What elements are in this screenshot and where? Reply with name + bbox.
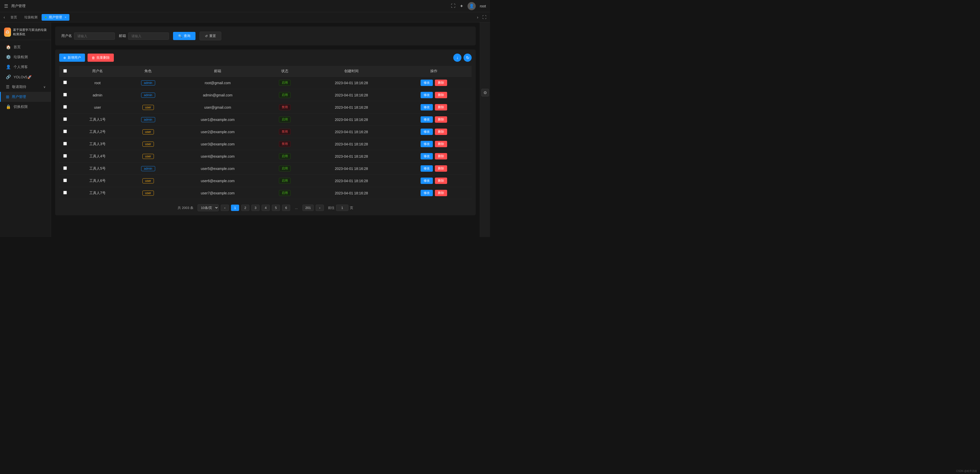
row-email: admin@gmail.com bbox=[172, 89, 263, 101]
refresh-button[interactable]: ↻ bbox=[463, 54, 472, 62]
query-button[interactable]: 🔍 查询 bbox=[173, 32, 196, 40]
tab-expand-button[interactable]: ⛶ bbox=[481, 14, 488, 21]
delete-button[interactable]: 删除 bbox=[435, 165, 447, 172]
row-checkbox[interactable] bbox=[63, 130, 67, 133]
row-username: 工具人2号 bbox=[71, 126, 124, 138]
row-checkbox[interactable] bbox=[63, 93, 67, 96]
delete-button[interactable]: 删除 bbox=[435, 129, 447, 135]
row-status: 启用 bbox=[263, 175, 307, 187]
row-actions: 修改 删除 bbox=[396, 187, 472, 199]
sidebar-item-switch-permission-label: 切换权限 bbox=[14, 105, 28, 109]
status-badge: 启用 bbox=[279, 92, 291, 98]
delete-button[interactable]: 删除 bbox=[435, 92, 447, 98]
logo-text: 基于深度学习算法的垃圾检测系统 bbox=[13, 28, 47, 37]
edit-button[interactable]: 修改 bbox=[421, 178, 433, 184]
sidebar-item-blog[interactable]: 👤 个人博客 bbox=[0, 62, 51, 72]
delete-button[interactable]: 删除 bbox=[435, 190, 447, 196]
delete-button[interactable]: 删除 bbox=[435, 104, 447, 110]
page-6-button[interactable]: 6 bbox=[282, 205, 290, 211]
sidebar-item-trash[interactable]: ⚙️ 垃圾检测 bbox=[0, 52, 51, 62]
row-created: 2023-04-01 18:16:28 bbox=[307, 175, 396, 187]
settings-icon[interactable]: ✦ bbox=[460, 3, 463, 9]
goto-prefix: 前往 bbox=[328, 206, 334, 210]
page-size-select[interactable]: 10条/页 20条/页 50条/页 bbox=[197, 204, 219, 211]
edit-button[interactable]: 修改 bbox=[421, 80, 433, 86]
edit-button[interactable]: 修改 bbox=[421, 129, 433, 135]
expand-icon[interactable]: ⛶ bbox=[451, 3, 455, 9]
edit-button[interactable]: 修改 bbox=[421, 116, 433, 123]
edit-button[interactable]: 修改 bbox=[421, 165, 433, 172]
row-checkbox[interactable] bbox=[63, 178, 67, 182]
query-button-label: 查询 bbox=[184, 34, 190, 38]
row-checkbox[interactable] bbox=[63, 154, 67, 157]
sidebar: ♻ 基于深度学习算法的垃圾检测系统 🏠 首页 ⚙️ 垃圾检测 👤 个人博客 🔗 … bbox=[0, 22, 51, 237]
role-badge: user bbox=[142, 191, 154, 196]
row-checkbox[interactable] bbox=[63, 117, 67, 121]
main-content: 用户名 邮箱 🔍 查询 ↺ 重置 ⊕ 新增用户 bbox=[51, 22, 480, 237]
row-created: 2023-04-01 18:16:28 bbox=[307, 113, 396, 126]
tab-user-management[interactable]: ● 用户管理 × bbox=[41, 14, 69, 21]
table-row: 工具人4号 user user4@example.com 启用 2023-04-… bbox=[59, 150, 472, 162]
page-1-button[interactable]: 1 bbox=[231, 205, 239, 211]
total-count: 共 2003 条 bbox=[178, 206, 193, 210]
row-checkbox[interactable] bbox=[63, 142, 67, 145]
row-username: 工具人1号 bbox=[71, 113, 124, 126]
username-input[interactable] bbox=[74, 32, 115, 40]
delete-button[interactable]: 删除 bbox=[435, 116, 447, 123]
trash-delete-icon: 🗑 bbox=[92, 56, 95, 60]
page-4-button[interactable]: 4 bbox=[262, 205, 270, 211]
reset-button[interactable]: ↺ 重置 bbox=[200, 32, 221, 40]
edit-button[interactable]: 修改 bbox=[421, 92, 433, 98]
page-5-button[interactable]: 5 bbox=[272, 205, 280, 211]
goto-input[interactable] bbox=[336, 205, 348, 211]
row-checkbox[interactable] bbox=[63, 81, 67, 84]
last-page-button[interactable]: 201 bbox=[302, 205, 313, 211]
sidebar-item-coming-soon[interactable]: ☰ 敬请期待 ∨ bbox=[0, 82, 51, 92]
add-user-button[interactable]: ⊕ 新增用户 bbox=[59, 54, 85, 62]
table-row: 工具人1号 admin user1@example.com 启用 2023-04… bbox=[59, 113, 472, 126]
row-checkbox[interactable] bbox=[63, 191, 67, 194]
trash-icon: ⚙️ bbox=[6, 55, 11, 59]
page-3-button[interactable]: 3 bbox=[251, 205, 259, 211]
header-right: ⛶ ✦ 👤 root bbox=[451, 2, 486, 10]
delete-button[interactable]: 删除 bbox=[435, 141, 447, 147]
delete-button[interactable]: 删除 bbox=[435, 153, 447, 159]
sidebar-item-switch-permission[interactable]: 🔒 切换权限 bbox=[0, 102, 51, 112]
tab-next-button[interactable]: › bbox=[476, 14, 480, 21]
next-page-button[interactable]: › bbox=[316, 205, 324, 211]
sidebar-toggle-button[interactable]: ☰ bbox=[4, 3, 8, 9]
tab-home-label: 首页 bbox=[11, 15, 17, 20]
column-settings-button[interactable]: ⚙ bbox=[481, 89, 489, 96]
row-checkbox-cell bbox=[59, 187, 71, 199]
sidebar-item-yolov5[interactable]: 🔗 YOLOv5🚀 bbox=[0, 72, 51, 82]
row-created: 2023-04-01 18:16:28 bbox=[307, 187, 396, 199]
row-actions: 修改 删除 bbox=[396, 138, 472, 150]
prev-page-button[interactable]: ‹ bbox=[221, 205, 229, 211]
role-badge: user bbox=[142, 142, 154, 147]
row-checkbox[interactable] bbox=[63, 105, 67, 109]
email-input[interactable] bbox=[128, 32, 169, 40]
edit-button[interactable]: 修改 bbox=[421, 104, 433, 110]
row-created: 2023-04-01 18:16:28 bbox=[307, 126, 396, 138]
batch-delete-button[interactable]: 🗑 批量删除 bbox=[88, 54, 114, 62]
row-username: 工具人5号 bbox=[71, 162, 124, 175]
tab-home[interactable]: 首页 bbox=[7, 14, 20, 21]
edit-button[interactable]: 修改 bbox=[421, 153, 433, 159]
username-label: 用户名 bbox=[61, 34, 72, 38]
row-email: user5@example.com bbox=[172, 162, 263, 175]
edit-button[interactable]: 修改 bbox=[421, 141, 433, 147]
sidebar-item-home[interactable]: 🏠 首页 bbox=[0, 42, 51, 52]
select-all-checkbox[interactable] bbox=[63, 69, 67, 73]
row-checkbox[interactable] bbox=[63, 166, 67, 170]
edit-button[interactable]: 修改 bbox=[421, 190, 433, 196]
page-goto: 前往 页 bbox=[328, 205, 353, 211]
tab-trash-detection[interactable]: 垃圾检测 bbox=[21, 14, 41, 21]
sidebar-item-user-management[interactable]: ⊞ 用户管理 bbox=[0, 92, 51, 102]
download-button[interactable]: ↓ bbox=[453, 54, 461, 62]
page-2-button[interactable]: 2 bbox=[241, 205, 249, 211]
delete-button[interactable]: 删除 bbox=[435, 178, 447, 184]
delete-button[interactable]: 删除 bbox=[435, 80, 447, 86]
row-role: user bbox=[124, 101, 172, 113]
tab-prev-button[interactable]: ‹ bbox=[2, 14, 6, 21]
tab-close-icon[interactable]: × bbox=[65, 16, 66, 19]
